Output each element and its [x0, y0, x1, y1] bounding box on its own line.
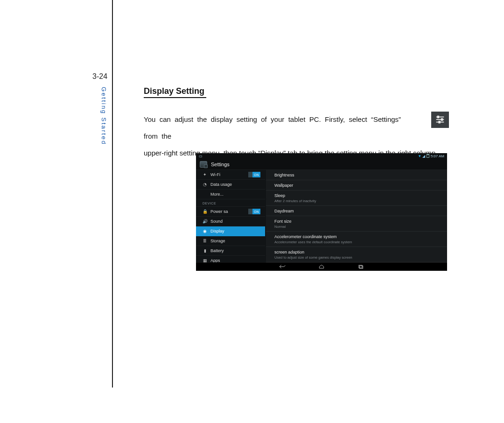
sidebar-item-apps[interactable]: ▦ Apps [196, 256, 265, 262]
data-usage-icon: ◔ [203, 182, 207, 187]
page-number: 3-24 [92, 72, 107, 81]
paragraph-text: from the [144, 128, 171, 145]
main-item-title: Accelerometer coordinate system [274, 234, 337, 239]
main-item-title: Sleep [274, 193, 285, 198]
settings-app-header: Settings [196, 159, 447, 170]
main-item-title: screen adaption [274, 250, 304, 254]
svg-rect-3 [438, 116, 439, 118]
sidebar-item-label: Power sa [210, 209, 228, 214]
storage-icon: ≣ [203, 239, 207, 243]
back-icon[interactable] [279, 264, 286, 270]
main-item-screen-adaption[interactable]: screen adaption Used to adjust size of s… [266, 247, 447, 262]
sidebar-item-battery[interactable]: ▮ Battery [196, 246, 265, 256]
sound-icon: 🔊 [203, 219, 207, 224]
recent-icon[interactable] [357, 264, 364, 270]
document-page: 3-24 Getting Started Display Setting You… [0, 0, 504, 423]
main-item-title: Daydream [274, 209, 294, 213]
paragraph-text: You can adjust the display setting of yo… [144, 111, 401, 128]
sidebar-item-label: Sound [210, 219, 223, 224]
settings-sidebar: ✦ Wi-Fi ON ◔ Data usage More... DEVICE 🔒… [196, 170, 266, 262]
section-running-head: Getting Started [100, 87, 107, 145]
content-area: Display Setting You can adjust the displ… [144, 86, 452, 162]
power-icon: 🔒 [203, 209, 207, 214]
status-left-icon: ▭ [199, 154, 203, 158]
main-item-wallpaper[interactable]: Wallpaper [266, 180, 447, 190]
battery-icon: ▮ [203, 248, 207, 253]
sidebar-item-power-save[interactable]: 🔒 Power sa ON [196, 207, 265, 217]
sidebar-item-label: More... [210, 192, 224, 197]
sidebar-item-sound[interactable]: 🔊 Sound [196, 217, 265, 226]
main-item-subtitle: Normal [274, 225, 439, 229]
status-right-cluster: ▾ ◢ 5:07 AM [419, 154, 444, 158]
apps-icon: ▦ [203, 258, 207, 262]
display-icon: ◉ [203, 229, 207, 233]
sidebar-item-label: Wi-Fi [210, 172, 220, 177]
main-item-subtitle: Accelerometer uses the default coordinat… [274, 240, 439, 244]
status-time: 5:07 AM [431, 154, 444, 158]
svg-rect-4 [441, 119, 443, 120]
main-item-brightness[interactable]: Brightness [266, 170, 447, 180]
main-item-title: Font size [274, 219, 292, 224]
settings-body: ✦ Wi-Fi ON ◔ Data usage More... DEVICE 🔒… [196, 170, 447, 262]
main-item-accelerometer[interactable]: Accelerometer coordinate system Accelero… [266, 232, 447, 247]
sidebar-item-storage[interactable]: ≣ Storage [196, 236, 265, 246]
sidebar-item-more[interactable]: More... [196, 190, 265, 199]
wifi-icon: ▾ [419, 154, 421, 158]
android-status-bar: ▭ ▾ ◢ 5:07 AM [196, 153, 447, 159]
vertical-rule [112, 0, 113, 388]
wifi-toggle[interactable]: ON [248, 172, 260, 177]
tablet-screenshot: ▭ ▾ ◢ 5:07 AM Settings ✦ Wi-Fi ON ◔ [196, 153, 447, 271]
wifi-icon: ✦ [203, 172, 207, 177]
main-item-font-size[interactable]: Font size Normal [266, 216, 447, 232]
android-nav-bar [196, 262, 447, 271]
svg-rect-5 [439, 121, 440, 123]
settings-app-icon [200, 161, 207, 168]
sidebar-item-label: Display [210, 229, 224, 233]
paragraph-line-1: You can adjust the display setting of yo… [144, 111, 452, 145]
settings-main-panel: Brightness Wallpaper Sleep After 2 minut… [266, 170, 447, 262]
power-save-toggle[interactable]: ON [248, 209, 260, 214]
settings-app-title: Settings [211, 162, 230, 167]
home-icon[interactable] [318, 264, 325, 270]
sidebar-item-display[interactable]: ◉ Display [196, 226, 265, 236]
sidebar-section-device: DEVICE [196, 199, 265, 207]
signal-icon: ◢ [422, 154, 425, 158]
sidebar-item-wifi[interactable]: ✦ Wi-Fi ON [196, 170, 265, 180]
sidebar-item-label: Apps [210, 258, 220, 262]
battery-icon [427, 154, 429, 158]
sidebar-item-label: Storage [210, 239, 225, 243]
main-item-daydream[interactable]: Daydream [266, 206, 447, 216]
main-item-title: Brightness [274, 173, 294, 177]
sidebar-item-data-usage[interactable]: ◔ Data usage [196, 180, 265, 190]
main-item-sleep[interactable]: Sleep After 2 minutes of inactivity [266, 190, 447, 206]
main-item-subtitle: After 2 minutes of inactivity [274, 199, 439, 203]
sidebar-item-label: Battery [210, 248, 224, 253]
sidebar-item-label: Data usage [210, 182, 232, 187]
settings-sliders-icon [431, 112, 449, 128]
main-item-subtitle: Used to adjust size of some games displa… [274, 255, 439, 260]
main-item-title: Wallpaper [274, 183, 293, 188]
heading-display-setting: Display Setting [144, 86, 206, 98]
